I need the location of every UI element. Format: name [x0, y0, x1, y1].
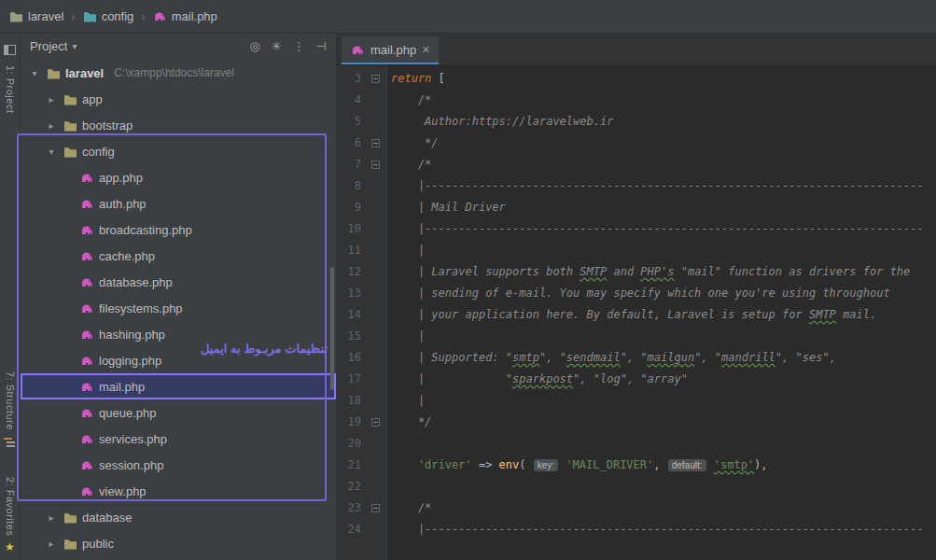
- code-text: | sending of e-mail. You may specify whi…: [387, 283, 890, 304]
- code-text: | your application here. By default, Lar…: [387, 304, 876, 326]
- php-file-icon: [78, 223, 95, 237]
- tree-item-queue.php[interactable]: queue.php: [21, 399, 336, 426]
- tree-item-label: filesystems.php: [99, 301, 183, 315]
- project-panel-header: Project ▾ ◎✳⋮⊣: [21, 34, 336, 58]
- chevron-down-icon[interactable]: ▾: [45, 147, 58, 157]
- tree-item-logging.php[interactable]: logging.php: [21, 347, 336, 373]
- tree-item-label: session.php: [99, 458, 163, 472]
- editor-tab-mail-php[interactable]: mail.php ×: [342, 36, 439, 64]
- ide-window: laravel›config›mail.php 1: Project 7: St…: [0, 0, 936, 560]
- tree-item-bootstrap[interactable]: ▸bootstrap: [21, 112, 336, 138]
- chevron-right-icon[interactable]: ▸: [45, 94, 58, 105]
- php-file-icon: [78, 406, 95, 420]
- chevron-down-icon[interactable]: ▾: [28, 68, 41, 78]
- folder-icon: [62, 119, 78, 132]
- chevron-down-icon[interactable]: ▾: [72, 41, 77, 51]
- breadcrumb: laravel›config›mail.php: [0, 0, 936, 34]
- php-file-icon: [78, 484, 95, 498]
- fold-column: −: [369, 412, 387, 433]
- tree-item-cache.php[interactable]: cache.php: [21, 243, 336, 269]
- chevron-right-icon[interactable]: ▸: [45, 512, 58, 523]
- tree-item-hashing.php[interactable]: hashing.php: [21, 321, 336, 347]
- line-number: 3: [337, 68, 369, 90]
- tool-button-favorites[interactable]: 2: Favorites ★: [5, 477, 16, 553]
- tree-item-view.php[interactable]: view.php: [21, 478, 336, 504]
- code-line: 10 |------------------------------------…: [337, 218, 936, 240]
- code-text: | "sparkpost", "log", "array": [387, 369, 688, 390]
- project-tool-icon: [4, 43, 16, 60]
- code-line: 18 |: [337, 390, 936, 412]
- breadcrumb-item-mail.php[interactable]: mail.php: [153, 9, 217, 23]
- line-number: 23: [337, 497, 369, 519]
- line-number: 16: [337, 347, 369, 369]
- tree-item-app.php[interactable]: app.php: [21, 164, 336, 190]
- code-editor[interactable]: 3−return [4 /*5 Author:https://laravelwe…: [337, 65, 936, 560]
- code-line: 11 |: [337, 240, 936, 261]
- tree-item-config[interactable]: ▾config: [21, 138, 336, 164]
- code-text: /*: [387, 497, 431, 519]
- tree-item-filesystems.php[interactable]: filesystems.php: [21, 295, 336, 321]
- line-number: 18: [337, 390, 369, 412]
- php-file-icon: [78, 380, 95, 394]
- line-number: 5: [337, 111, 369, 133]
- tree-item-auth.php[interactable]: auth.php: [21, 190, 336, 217]
- php-file-icon: [78, 328, 95, 342]
- code-line: 5 Author:https://laravelweb.ir: [337, 111, 936, 133]
- chevron-right-icon[interactable]: ▸: [45, 539, 58, 549]
- editor-tab-title: mail.php: [370, 43, 416, 57]
- structure-icon: [4, 436, 16, 453]
- folder-icon: [62, 511, 78, 524]
- fold-column: [369, 455, 387, 476]
- more-icon[interactable]: ⋮: [293, 39, 305, 53]
- fold-icon[interactable]: −: [371, 75, 380, 83]
- code-line: 19− */: [337, 412, 936, 433]
- chevron-right-icon[interactable]: ▸: [45, 120, 58, 131]
- fold-column: [369, 111, 387, 133]
- fold-column: −: [369, 497, 387, 519]
- close-icon[interactable]: ×: [422, 43, 429, 56]
- tree-item-broadcasting.php[interactable]: broadcasting.php: [21, 217, 336, 243]
- tree-item-session.php[interactable]: session.php: [21, 452, 336, 478]
- line-number: 22: [337, 476, 369, 497]
- tree-item-laravel[interactable]: ▾laravelC:\xampp\htdocs\laravel: [21, 60, 336, 86]
- line-number: 20: [337, 433, 369, 455]
- tool-window-stripe: 1: Project 7: Structure 2: Favorites ★: [0, 34, 21, 560]
- tree-item-label: app: [82, 92, 103, 106]
- tree-item-app[interactable]: ▸app: [21, 86, 336, 112]
- tree-item-database.php[interactable]: database.php: [21, 269, 336, 295]
- code-line: 7− /*: [337, 154, 936, 175]
- code-line: 21 'driver' => env( key: 'MAIL_DRIVER', …: [337, 455, 936, 476]
- code-line: 6− */: [337, 133, 936, 154]
- tree-item-label: database: [82, 511, 133, 525]
- collapse-all-icon[interactable]: ✳: [272, 39, 282, 53]
- fold-icon[interactable]: −: [371, 504, 380, 512]
- fold-column: [369, 326, 387, 347]
- code-text: [387, 476, 391, 497]
- line-number: 19: [337, 412, 369, 433]
- php-file-icon: [78, 171, 95, 185]
- locate-icon[interactable]: ◎: [249, 39, 259, 53]
- tree-item-public[interactable]: ▸public: [21, 530, 336, 556]
- breadcrumb-item-laravel[interactable]: laravel: [9, 9, 63, 23]
- code-text: Author:https://laravelweb.ir: [387, 111, 613, 133]
- tool-button-project[interactable]: 1: Project: [4, 43, 16, 113]
- fold-icon[interactable]: −: [371, 418, 380, 427]
- line-number: 21: [337, 455, 369, 476]
- tree-item-mail.php[interactable]: mail.php: [21, 373, 336, 399]
- tree-item-label: queue.php: [99, 406, 156, 420]
- line-number: 7: [337, 154, 369, 175]
- fold-icon[interactable]: −: [371, 139, 380, 147]
- breadcrumb-item-config[interactable]: config: [83, 9, 134, 23]
- line-number: 6: [337, 133, 369, 154]
- code-text: */: [387, 133, 439, 154]
- tool-button-structure[interactable]: 7: Structure: [4, 371, 16, 453]
- tree-item-services.php[interactable]: services.php: [21, 426, 336, 452]
- project-panel-title[interactable]: Project: [30, 39, 67, 53]
- fold-icon[interactable]: −: [371, 161, 380, 169]
- code-line: 12 | Laravel supports both SMTP and PHP'…: [337, 261, 936, 283]
- project-panel-scrollbar[interactable]: [330, 267, 334, 390]
- tree-item-database[interactable]: ▸database: [21, 504, 336, 530]
- code-line: 22: [337, 476, 936, 497]
- php-file-icon: [78, 301, 95, 315]
- hide-icon[interactable]: ⊣: [316, 39, 327, 53]
